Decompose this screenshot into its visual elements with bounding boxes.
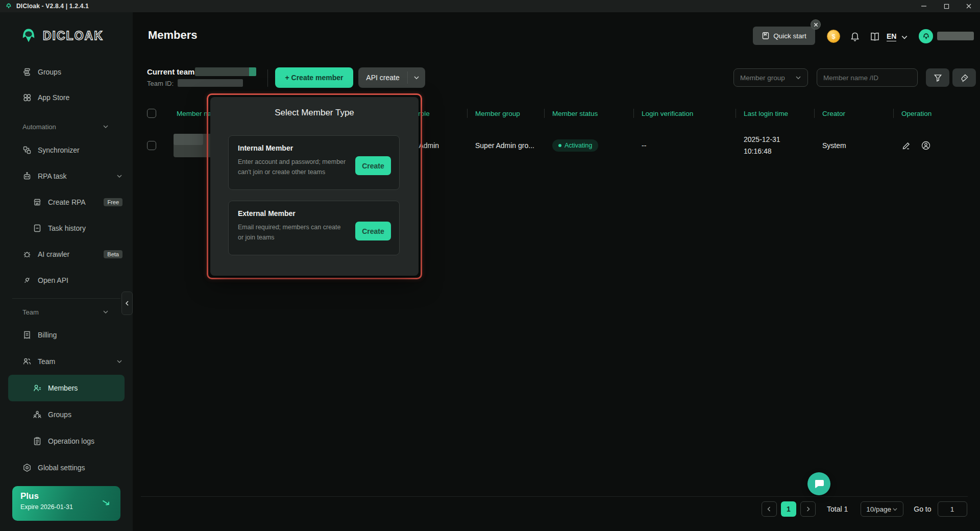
- sidebar-item-members[interactable]: Members: [8, 375, 125, 401]
- sidebar-item-team[interactable]: Team: [0, 348, 133, 375]
- billing-icon: [22, 330, 32, 340]
- creator-cell: System: [814, 122, 893, 168]
- col-member-group[interactable]: Member group: [467, 105, 544, 122]
- notifications-bell-icon[interactable]: [849, 31, 861, 42]
- member-search-input[interactable]: [823, 74, 914, 82]
- guide-book-icon: [762, 32, 770, 40]
- brand-wordmark: DICLOAK: [43, 29, 104, 43]
- operation-cell: [893, 122, 968, 168]
- modal-title: Select Member Type: [210, 97, 419, 118]
- sidebar-item-operation-logs[interactable]: Operation logs: [0, 428, 133, 454]
- sidebar-section-team[interactable]: Team: [0, 305, 133, 319]
- col-member-status[interactable]: Member status: [544, 105, 633, 122]
- maximize-button[interactable]: [935, 0, 958, 12]
- total-count: Total 1: [827, 505, 848, 513]
- member-search-box: [817, 68, 918, 87]
- col-creator[interactable]: Creator: [814, 105, 893, 122]
- last-login-cell: 2025-12-31 10:16:48: [736, 122, 814, 168]
- user-avatar[interactable]: [919, 29, 933, 43]
- clear-filters-button[interactable]: [952, 68, 976, 87]
- sidebar-item-synchronizer[interactable]: Synchronizer: [0, 137, 133, 163]
- select-all-checkbox[interactable]: [147, 109, 156, 118]
- current-team-label: Current team:: [147, 67, 197, 76]
- create-member-button[interactable]: + Create member: [275, 67, 353, 88]
- chevron-left-icon: [125, 301, 130, 306]
- minimize-button[interactable]: [913, 0, 935, 12]
- row-checkbox[interactable]: [147, 141, 156, 150]
- chevron-down-icon: [413, 75, 420, 81]
- prev-page-button[interactable]: [762, 501, 777, 517]
- free-badge: Free: [104, 198, 122, 206]
- chat-bubble-icon: [814, 478, 825, 490]
- edit-pencil-icon[interactable]: [901, 140, 912, 151]
- sidebar-item-ai-crawler[interactable]: AI crawler Beta: [0, 241, 133, 267]
- member-group-select[interactable]: Member group: [733, 68, 808, 87]
- member-profile-icon[interactable]: [921, 140, 931, 151]
- coin-balance-icon[interactable]: $: [827, 30, 840, 43]
- quick-start-button[interactable]: Quick start: [753, 27, 815, 45]
- sidebar-item-billing[interactable]: Billing: [0, 322, 133, 348]
- team-id-redacted: [178, 79, 243, 87]
- sidebar-item-groups[interactable]: Groups: [0, 59, 133, 85]
- beta-badge: Beta: [104, 250, 122, 258]
- next-page-button[interactable]: [800, 501, 816, 517]
- sidebar-item-create-rpa[interactable]: Create RPA Free: [0, 189, 133, 215]
- window-titlebar: DICloak - V2.8.4 | 1.2.4.1: [0, 0, 980, 12]
- sidebar-collapse-handle[interactable]: [121, 292, 133, 315]
- section-collapse-caret-icon: [103, 124, 108, 129]
- page-title: Members: [148, 29, 198, 42]
- create-internal-member-button[interactable]: Create: [355, 156, 391, 175]
- member-group-cell: Super Admin gro...: [467, 122, 544, 168]
- sidebar-divider: [12, 298, 120, 299]
- sidebar-item-app-store[interactable]: App Store: [0, 85, 133, 110]
- col-login-verification[interactable]: Login verification: [633, 105, 736, 122]
- sidebar-section-automation[interactable]: Automation: [0, 119, 133, 134]
- internal-member-description: Enter account and password; member can't…: [238, 157, 346, 177]
- status-badge: Activating: [552, 139, 598, 152]
- plus-subscription-card[interactable]: Plus Expire 2026-01-31: [12, 486, 120, 521]
- app-logo-icon: [5, 3, 12, 10]
- member-status-cell: Activating: [544, 122, 633, 168]
- footer-divider: [141, 496, 968, 497]
- filter-button[interactable]: [926, 68, 949, 87]
- goto-page-input[interactable]: [938, 501, 967, 517]
- app-store-icon: [22, 93, 32, 102]
- status-dot: [558, 144, 561, 147]
- api-create-button[interactable]: API create: [358, 67, 425, 88]
- external-member-card: External Member Email required; members …: [228, 201, 400, 255]
- sidebar-item-global-settings[interactable]: Global settings: [0, 454, 133, 481]
- docs-book-icon[interactable]: [869, 31, 880, 42]
- quick-start-close-icon[interactable]: [811, 19, 821, 30]
- groups-icon: [22, 67, 32, 77]
- sidebar-item-team-groups[interactable]: Groups: [0, 401, 133, 428]
- login-verification-cell: --: [633, 122, 736, 168]
- section-collapse-caret-icon: [103, 309, 108, 315]
- pagination: 1 Total 1 10/page Go to: [762, 501, 967, 517]
- support-chat-button[interactable]: [807, 472, 830, 495]
- col-last-login-time[interactable]: Last login time: [736, 105, 814, 122]
- sidebar-item-open-api[interactable]: Open API: [0, 267, 133, 293]
- language-selector[interactable]: EN: [887, 32, 896, 41]
- chevron-down-icon: [795, 75, 801, 81]
- page-number-current[interactable]: 1: [781, 501, 796, 517]
- avatar-hood-icon: [922, 32, 930, 41]
- chevron-down-icon: [116, 358, 122, 365]
- api-create-dropdown[interactable]: [408, 67, 425, 88]
- col-operation[interactable]: Operation: [893, 105, 968, 122]
- page-size-select[interactable]: 10/page: [861, 501, 903, 517]
- synchronizer-icon: [22, 146, 32, 155]
- chevron-down-icon[interactable]: [901, 34, 908, 41]
- sidebar-item-rpa-task[interactable]: RPA task: [0, 163, 133, 189]
- external-member-title: External Member: [238, 209, 390, 218]
- goto-label: Go to: [914, 505, 931, 513]
- close-button[interactable]: [958, 0, 980, 12]
- upgrade-arrow-icon: [102, 499, 111, 506]
- team-groups-icon: [33, 410, 42, 419]
- chevron-right-icon: [805, 506, 811, 512]
- window-title: DICloak - V2.8.4 | 1.2.4.1: [16, 3, 89, 10]
- create-external-member-button[interactable]: Create: [355, 222, 391, 240]
- rpa-task-icon: [22, 172, 32, 181]
- plan-name: Plus: [20, 491, 112, 501]
- sidebar-item-task-history[interactable]: Task history: [0, 215, 133, 241]
- create-rpa-icon: [33, 198, 42, 207]
